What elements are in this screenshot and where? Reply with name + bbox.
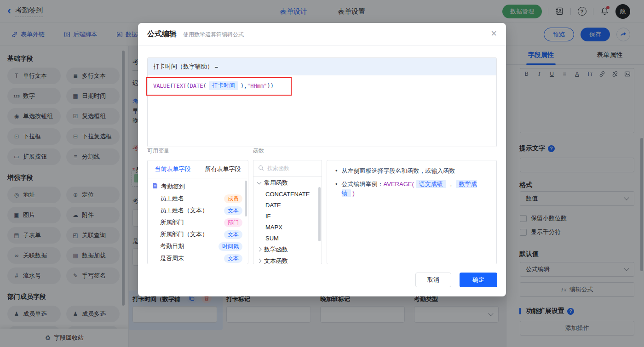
example-field-chip: 语文成绩 <box>416 180 446 188</box>
variable-row[interactable]: 所属部门部门 <box>148 216 248 228</box>
function-group-label: 文本函数 <box>264 257 288 265</box>
app-root: ‹ 考勤签到 表单设计表单设置 数据管理 ? 政 表单外链后端脚本数据权限 预览… <box>0 0 644 347</box>
formula-input-area[interactable]: VALUE(TEXT(DATE(打卡时间),"HHmm")) <box>148 75 496 147</box>
modal-header: 公式编辑 使用数学运算符编辑公式 <box>138 23 506 46</box>
functions-panel: 搜索函数 常用函数CONCATENATEDATEIFMAPXSUM数学函数文本函… <box>253 160 322 264</box>
variable-type-badge: 部门 <box>224 218 242 227</box>
formula-edit-modal: 公式编辑 使用数学运算符编辑公式 × 打卡时间（数字辅助） = VALUE(TE… <box>138 23 506 296</box>
functions-scrollbar[interactable] <box>318 187 321 241</box>
variable-row[interactable]: 所属部门（文本）文本 <box>148 228 248 240</box>
formula-expression: VALUE(TEXT(DATE(打卡时间),"HHmm")) <box>148 75 496 96</box>
variable-name: 所属部门 <box>160 218 184 227</box>
formula-editor: 打卡时间（数字辅助） = VALUE(TEXT(DATE(打卡时间),"HHmm… <box>147 57 497 147</box>
variable-type-badge: 文本 <box>224 254 242 263</box>
formula-field-chip[interactable]: 打卡时间 <box>209 81 238 90</box>
cancel-button[interactable]: 取消 <box>415 273 451 287</box>
formula-token: )) <box>267 83 273 89</box>
formula-token: TEXT <box>173 83 186 89</box>
function-item[interactable]: SUM <box>253 233 322 244</box>
function-group-label: 数学函数 <box>264 245 288 254</box>
modal-title: 公式编辑 <box>147 29 177 39</box>
search-icon <box>258 165 264 173</box>
formula-token: ( <box>203 83 206 89</box>
variable-row[interactable]: 是否周末文本 <box>148 252 248 264</box>
form-tree-root[interactable]: 考勤签到 <box>148 180 248 193</box>
form-doc-icon <box>152 182 158 190</box>
function-item[interactable]: IF <box>253 210 322 222</box>
formula-token: ( <box>186 83 190 89</box>
tip-line-example: • 公式编辑举例：AVERAGE(语文成绩，数学成绩) <box>335 180 488 198</box>
variable-name: 所属部门（文本） <box>160 230 208 239</box>
function-item[interactable]: MAPX <box>253 222 322 233</box>
variable-type-badge: 成员 <box>224 194 242 203</box>
function-group[interactable]: 文本函数 <box>253 255 322 264</box>
variable-name: 是否周末 <box>160 254 184 262</box>
formula-token: VALUE <box>153 83 170 89</box>
variables-tabs: 当前表单字段所有表单字段 <box>148 160 248 178</box>
tips-panel: • 从左侧面板选择字段名和函数，或输入函数 • 公式编辑举例：AVERAGE(语… <box>327 160 497 264</box>
variable-name: 员工姓名 <box>160 194 184 203</box>
variable-row[interactable]: 员工姓名（文本）文本 <box>148 205 248 216</box>
variable-type-badge: 时间戳 <box>218 242 242 251</box>
caret-icon <box>257 247 262 252</box>
caret-icon <box>257 180 262 184</box>
function-item[interactable]: CONCATENATE <box>253 188 322 199</box>
variables-label: 可用变量 <box>147 147 169 155</box>
function-search[interactable]: 搜索函数 <box>253 160 322 177</box>
tip-line: • 从左侧面板选择字段名和函数，或输入函数 <box>335 166 488 176</box>
variable-name: 员工姓名（文本） <box>160 206 208 215</box>
variable-row[interactable]: 考勤日期时间戳 <box>148 240 248 252</box>
variable-name: 考勤日期 <box>160 242 184 250</box>
formula-token: "HHmm" <box>247 83 267 89</box>
formula-token: DATE <box>190 83 203 89</box>
function-group[interactable]: 数学函数 <box>253 244 322 255</box>
search-placeholder: 搜索函数 <box>267 165 289 172</box>
variable-row[interactable]: 员工姓名成员 <box>148 193 248 205</box>
variable-type-badge: 文本 <box>224 206 242 215</box>
caret-icon <box>257 259 262 263</box>
confirm-button[interactable]: 确定 <box>460 273 497 287</box>
functions-label: 函数 <box>253 147 264 155</box>
variables-panel: 当前表单字段所有表单字段 考勤签到 员工姓名成员员工姓名（文本）文本所属部门部门… <box>147 160 248 264</box>
function-group-label: 常用函数 <box>264 179 288 187</box>
function-item[interactable]: DATE <box>253 199 322 210</box>
variables-tab[interactable]: 所有表单字段 <box>198 160 248 178</box>
close-icon[interactable]: × <box>491 28 497 39</box>
formula-target-bar: 打卡时间（数字辅助） = <box>148 58 496 75</box>
variable-type-badge: 文本 <box>224 230 242 239</box>
variables-tab[interactable]: 当前表单字段 <box>148 160 198 178</box>
variables-scrollbar[interactable] <box>245 181 247 216</box>
formula-token: ( <box>170 83 173 89</box>
function-group[interactable]: 常用函数 <box>253 177 322 188</box>
formula-token: ), <box>241 83 247 89</box>
modal-subtitle: 使用数学运算符编辑公式 <box>183 31 244 39</box>
